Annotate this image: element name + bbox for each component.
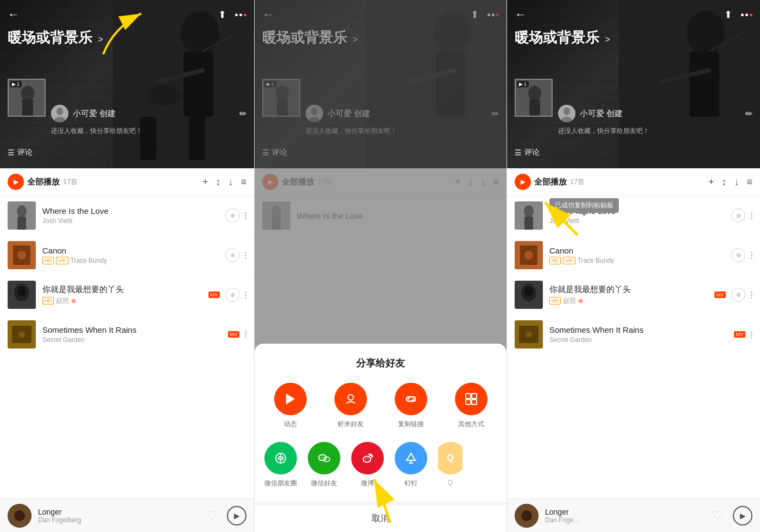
favorite-button[interactable]: ♡ [206, 509, 217, 523]
hero-thumbnail-3: ▶1 [515, 79, 553, 117]
hero-meta-3: 小可爱 创建 ✏ [558, 105, 752, 122]
add-queue-button[interactable]: ⊕ [731, 248, 745, 262]
track-art [515, 241, 543, 269]
track-item[interactable]: Where Is the Love Josh Vietti 已成功复制到粘贴板 … [507, 196, 760, 236]
track-more-button[interactable] [245, 292, 246, 299]
share-overlay[interactable]: 分享给好友 动态 虾米好友 [255, 0, 506, 532]
more-menu-3[interactable] [741, 14, 752, 16]
hero-thumbnail: ▶1 [8, 79, 46, 117]
creator-name: 小可爱 创建 [73, 109, 116, 119]
track-more-button[interactable] [751, 252, 752, 259]
track-art-image [8, 281, 36, 309]
track-item[interactable]: 你就是我最想要的丫头 HD 赵照 ⊗ MV ⊕ [507, 275, 760, 315]
track-item[interactable]: Sometimes When It Rains Secret Garden MV [507, 315, 760, 354]
svg-rect-11 [22, 99, 33, 116]
comment-button[interactable]: ☰ 评论 [8, 148, 33, 157]
track-more-button[interactable] [245, 252, 246, 259]
track-meta: HD VIP Trace Bundy [549, 257, 725, 264]
add-queue-button[interactable]: ⊕ [225, 288, 239, 302]
play-all-button[interactable]: ▶ 全部播放 17首 [8, 174, 78, 190]
track-item[interactable]: Where Is the Love Josh Vietti ⊕ [0, 196, 254, 236]
track-item[interactable]: Canon HD VIP Trace Bundy ⊕ [0, 236, 254, 275]
add-queue-button[interactable]: ⊕ [731, 208, 745, 223]
share-item-dongtai[interactable]: 动态 [274, 383, 307, 429]
svg-point-52 [324, 457, 330, 462]
play-pause-button-3[interactable]: ▶ [733, 506, 752, 525]
share-label-dongtai: 动态 [284, 420, 297, 429]
vip-badge: VIP [56, 257, 68, 264]
share-item-copylink[interactable]: 复制链接 [395, 383, 427, 429]
track-title: Sometimes When It Rains [42, 325, 221, 334]
track-list-1: Where Is the Love Josh Vietti ⊕ Canon [0, 196, 254, 498]
track-more-button[interactable] [751, 331, 752, 338]
svg-point-53 [321, 457, 322, 458]
share-cancel-button[interactable]: 取消 [255, 501, 506, 532]
sort-icon[interactable]: ↕ [216, 176, 220, 188]
share-item-weibo[interactable]: 微博 [351, 442, 384, 488]
edit-icon-3[interactable]: ✏ [745, 109, 752, 119]
svg-point-16 [17, 205, 27, 217]
favorite-button-3[interactable]: ♡ [712, 509, 723, 523]
player-track-artist: Dan Fogelberg [38, 516, 200, 524]
track-art [515, 201, 543, 230]
add-icon-3[interactable]: + [708, 176, 714, 188]
track-info: 你就是我最想要的丫头 HD 赵照 ⊗ [549, 284, 708, 306]
track-more-button[interactable] [751, 292, 752, 299]
hero-title[interactable]: 暖场或背景乐 [8, 29, 92, 46]
list-icon[interactable]: ≡ [240, 176, 246, 188]
svg-point-23 [17, 287, 26, 296]
share-icon[interactable]: ⬆ [218, 9, 226, 21]
add-queue-button[interactable]: ⊕ [225, 208, 239, 223]
svg-point-74 [524, 205, 534, 217]
hd-badge: HD [549, 257, 561, 264]
track-more-button[interactable] [245, 212, 246, 219]
edit-icon[interactable]: ✏ [239, 109, 246, 119]
play-all-button-3[interactable]: ▶ 全部播放 17首 [515, 174, 585, 190]
track-item[interactable]: Canon HD VIP Trace Bundy ⊕ [507, 236, 760, 275]
share-icon-3[interactable]: ⬆ [724, 9, 732, 21]
back-button[interactable]: ← [8, 8, 20, 22]
share-item-dingtalk[interactable]: 钉钉 [395, 442, 427, 488]
hero-title-arrow: > [98, 35, 103, 44]
play-pause-button[interactable]: ▶ [227, 506, 246, 525]
comment-label-3: 评论 [524, 148, 540, 157]
comment-button-3[interactable]: ☰ 评论 [515, 148, 540, 157]
svg-marker-58 [407, 453, 415, 460]
add-queue-button[interactable]: ⊕ [731, 288, 745, 302]
player-controls: ♡ ▶ [206, 506, 246, 525]
track-item[interactable]: 你就是我最想要的丫头 HD 赵照 ⊗ MV ⊕ [0, 275, 254, 315]
track-info: Where Is the Love Josh Vietti 已成功复制到粘贴板 [549, 206, 725, 225]
track-item[interactable]: Sometimes When It Rains Secret Garden MV [0, 315, 254, 354]
share-label-qq: Q [448, 479, 453, 486]
add-queue-button[interactable]: ⊕ [225, 248, 239, 262]
hero-title-arrow-3: > [605, 35, 610, 44]
download-icon[interactable]: ↓ [228, 176, 233, 188]
svg-point-10 [21, 86, 34, 101]
track-actions: ⊕ [731, 208, 752, 223]
svg-point-57 [368, 459, 369, 460]
download-icon-3[interactable]: ↓ [734, 176, 739, 188]
share-item-wechat[interactable]: 微信好友 [308, 442, 340, 488]
track-art-image [8, 201, 36, 230]
share-item-qq[interactable]: Q Q [438, 442, 463, 486]
track-actions: MV ⊕ [714, 288, 753, 302]
hero-title-block-3: 暖场或背景乐 > [515, 28, 610, 47]
back-button-3[interactable]: ← [515, 8, 527, 22]
track-more-button[interactable] [245, 331, 246, 338]
sort-icon-3[interactable]: ↕ [721, 176, 726, 188]
track-more-button[interactable] [751, 212, 752, 219]
player-album-art [8, 504, 31, 528]
list-icon-3[interactable]: ≡ [746, 176, 752, 188]
svg-rect-47 [466, 400, 471, 404]
more-menu[interactable] [235, 14, 246, 16]
share-icon-other [455, 383, 487, 415]
play-badge: ▶1 [10, 81, 22, 87]
share-item-other[interactable]: 其他方式 [455, 383, 487, 429]
share-label-other: 其他方式 [458, 420, 484, 429]
svg-point-71 [563, 107, 570, 115]
share-item-xiami[interactable]: 虾米好友 [334, 383, 367, 429]
track-art-image [515, 281, 543, 309]
add-icon[interactable]: + [202, 176, 208, 188]
share-item-moments[interactable]: 微信朋友圈 [264, 442, 297, 488]
share-label-copylink: 复制链接 [398, 420, 424, 429]
